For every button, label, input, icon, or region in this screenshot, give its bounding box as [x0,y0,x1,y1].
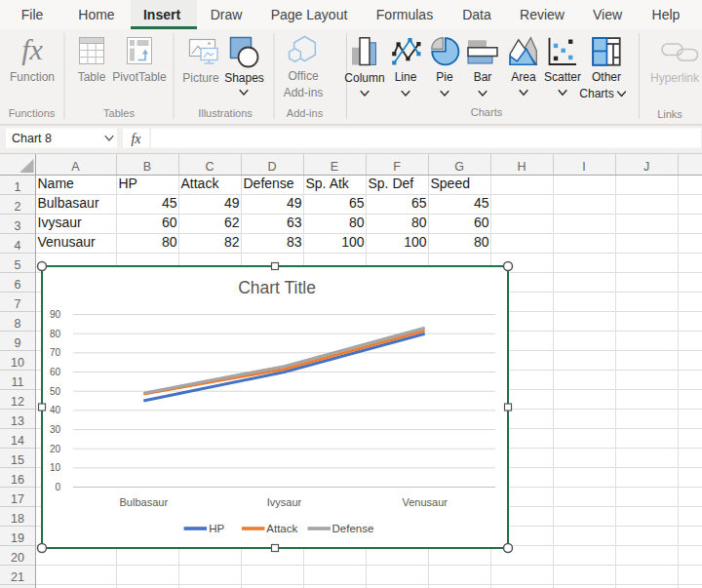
svg-text:Attack: Attack [266,523,297,534]
svg-text:0: 0 [55,482,60,492]
svg-text:Picture: Picture [182,71,219,85]
svg-text:19: 19 [11,531,24,545]
svg-text:10: 10 [50,462,61,473]
svg-text:63: 63 [287,215,302,230]
svg-text:Name: Name [38,176,75,191]
svg-text:Venusaur: Venusaur [402,496,448,508]
svg-text:17: 17 [11,492,24,506]
svg-text:Attack: Attack [181,176,220,191]
svg-text:90: 90 [50,309,61,320]
svg-text:I: I [582,160,585,174]
svg-text:Hyperlink: Hyperlink [650,71,700,85]
svg-text:20: 20 [50,444,61,454]
svg-text:80: 80 [50,329,61,339]
svg-text:Office: Office [288,69,318,83]
svg-text:15: 15 [11,453,24,467]
svg-text:20: 20 [11,551,24,565]
svg-text:80: 80 [162,234,177,250]
svg-text:E: E [331,160,338,174]
svg-text:62: 62 [224,215,240,230]
svg-text:Ivysaur: Ivysaur [38,215,82,230]
svg-text:21: 21 [11,570,24,584]
svg-text:Line: Line [395,70,417,84]
svg-text:65: 65 [349,195,365,211]
svg-text:60: 60 [474,215,489,230]
svg-text:Links: Links [657,108,682,120]
svg-text:Function: Function [10,70,55,84]
svg-text:C: C [205,160,214,174]
svg-text:Speed: Speed [431,176,470,191]
svg-text:82: 82 [224,234,240,250]
svg-text:Tables: Tables [103,107,135,119]
svg-text:65: 65 [411,195,427,211]
svg-text:80: 80 [474,234,489,250]
svg-text:12: 12 [11,395,24,409]
svg-text:60: 60 [50,367,61,377]
svg-text:80: 80 [411,215,427,230]
svg-text:60: 60 [162,215,177,230]
svg-text:PivotTable: PivotTable [112,70,167,84]
svg-text:fx: fx [21,33,43,65]
svg-text:30: 30 [50,424,61,435]
svg-text:Charts: Charts [579,87,613,100]
svg-text:49: 49 [287,195,302,211]
svg-text:Sp. Atk: Sp. Atk [306,176,350,191]
svg-text:100: 100 [341,234,365,250]
svg-text:Draw: Draw [211,7,244,22]
svg-text:6: 6 [15,278,21,292]
svg-text:2: 2 [15,200,21,214]
svg-text:Insert: Insert [143,7,180,22]
svg-text:83: 83 [287,234,302,250]
svg-text:10: 10 [11,356,24,370]
svg-text:100: 100 [404,234,427,250]
svg-text:Other: Other [592,70,621,84]
svg-text:Review: Review [520,7,566,22]
svg-text:11: 11 [12,375,24,389]
svg-text:Ivysaur: Ivysaur [267,496,302,508]
svg-text:7: 7 [15,297,21,311]
svg-text:1: 1 [15,180,21,194]
svg-text:80: 80 [349,215,365,230]
svg-text:Defense: Defense [244,176,294,191]
svg-text:Chart Title: Chart Title [238,278,316,297]
svg-text:G: G [454,160,464,174]
svg-text:Chart 8: Chart 8 [12,132,52,145]
svg-text:B: B [143,160,151,174]
svg-text:Bar: Bar [474,70,492,84]
svg-text:Bulbasaur: Bulbasaur [38,195,99,211]
svg-text:40: 40 [50,405,61,415]
svg-text:18: 18 [11,512,24,526]
svg-text:13: 13 [11,414,24,428]
svg-text:Add-ins: Add-ins [287,107,324,119]
svg-text:Shapes: Shapes [224,71,264,85]
svg-text:View: View [593,7,623,22]
svg-text:Charts: Charts [471,106,503,118]
svg-text:70: 70 [50,347,61,358]
svg-text:Venusaur: Venusaur [38,234,96,250]
svg-text:49: 49 [224,195,240,211]
svg-text:HP: HP [119,176,137,191]
svg-text:Defense: Defense [332,523,374,534]
svg-text:F: F [393,160,401,174]
svg-text:Help: Help [652,7,681,22]
svg-text:9: 9 [15,336,21,350]
svg-text:J: J [644,160,649,174]
svg-text:Table: Table [78,70,106,84]
svg-text:Sp. Def: Sp. Def [369,176,414,191]
svg-text:16: 16 [11,473,24,487]
svg-text:Bulbasaur: Bulbasaur [120,496,169,508]
svg-text:Home: Home [78,7,115,22]
svg-text:Scatter: Scatter [544,70,581,84]
svg-text:Formulas: Formulas [376,7,433,22]
svg-text:A: A [71,160,80,174]
svg-text:H: H [517,160,526,174]
svg-text:8: 8 [15,317,21,331]
svg-text:HP: HP [209,523,224,534]
svg-text:Functions: Functions [9,107,56,119]
svg-text:50: 50 [50,386,61,397]
svg-text:D: D [267,160,276,174]
svg-text:Data: Data [462,7,491,22]
svg-text:Column: Column [344,71,384,85]
svg-text:Area: Area [511,70,536,84]
svg-text:Add-ins: Add-ins [284,86,324,99]
